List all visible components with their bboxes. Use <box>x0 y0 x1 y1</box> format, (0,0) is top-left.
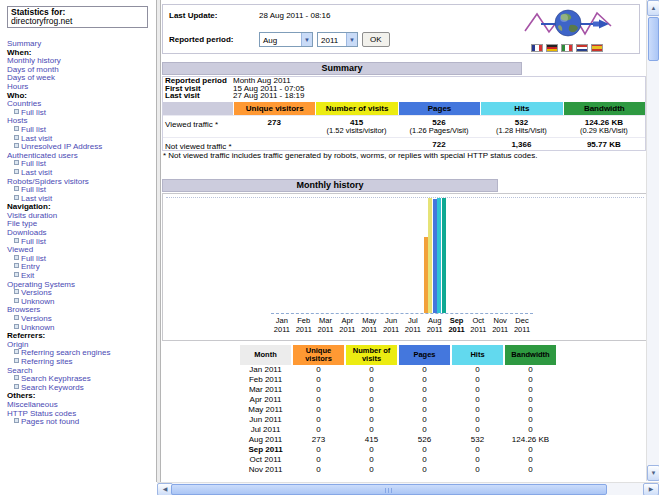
reported-period-label: Reported period: <box>169 35 233 44</box>
value-cell: 0 <box>399 395 450 405</box>
horizontal-scrollbar[interactable]: ◀ ▶ <box>157 482 659 495</box>
chevron-down-icon: ▼ <box>301 33 312 46</box>
table-row: Jul 201100000 <box>240 425 556 435</box>
table-row: Feb 201100000 <box>240 375 556 385</box>
value-cell: 124.26 KB <box>505 435 556 445</box>
month-select[interactable]: Aug ▼ <box>259 32 313 47</box>
value-cell: 0 <box>399 365 450 375</box>
table-row: Aug 2011273415526532124.26 KB <box>240 435 556 445</box>
horizontal-scrollbar-thumb[interactable] <box>171 484 607 495</box>
info-label: Last visit <box>165 92 233 100</box>
ok-button[interactable]: OK <box>362 32 390 47</box>
frame-divider[interactable] <box>156 0 161 482</box>
value-cell: 0 <box>399 375 450 385</box>
value-cell: 0 <box>452 395 503 405</box>
month-cell: Sep 2011 <box>240 445 291 455</box>
summary-column-headers: Unique visitorsNumber of visitsPagesHits… <box>163 102 645 115</box>
monthly-history-chart: Jan2011Feb2011Mar2011Apr2011May2011Jun20… <box>162 193 648 341</box>
month-cell: May 2011 <box>240 405 291 415</box>
value-cell: 0 <box>505 365 556 375</box>
corner-cell <box>163 102 233 115</box>
flag-fr-icon[interactable] <box>531 44 543 52</box>
flag-nl-icon[interactable] <box>576 44 588 52</box>
scroll-right-icon[interactable]: ▶ <box>643 483 659 495</box>
list-bullet-icon <box>14 324 19 329</box>
sidebar-item-full-list[interactable]: Full list <box>7 109 156 118</box>
table-row: Apr 201100000 <box>240 395 556 405</box>
month-cell: Jan 2011 <box>240 365 291 375</box>
table-column-unique-visitors: Unique visitors <box>293 345 344 365</box>
column-header-pages: Pages <box>399 102 480 115</box>
not-viewed-value-cell: 95.77 KB <box>563 138 645 150</box>
value-cell: 0 <box>452 445 503 455</box>
not-viewed-traffic-label: Not viewed traffic * <box>163 138 233 150</box>
flag-it-icon[interactable] <box>561 44 573 52</box>
list-bullet-icon <box>14 255 19 260</box>
month-cell: Apr 2011 <box>240 395 291 405</box>
value-cell: 0 <box>505 385 556 395</box>
value-cell: 0 <box>505 445 556 455</box>
list-bullet-icon <box>14 358 19 363</box>
month-cell: Feb 2011 <box>240 375 291 385</box>
vertical-scrollbar-thumb[interactable] <box>648 17 659 61</box>
value-cell: 0 <box>505 455 556 465</box>
not-viewed-value-cell <box>315 138 397 150</box>
summary-title: Summary <box>162 62 522 75</box>
table-row: Jan 201100000 <box>240 365 556 375</box>
table-column-month: Month <box>240 345 291 365</box>
value-cell: 0 <box>505 425 556 435</box>
summary-block: Reported periodMonth Aug 2011First visit… <box>162 76 646 151</box>
list-bullet-icon <box>14 238 19 243</box>
table-column-pages: Pages <box>399 345 450 365</box>
awstats-logo[interactable] <box>523 7 613 43</box>
value-cell: 0 <box>346 375 397 385</box>
info-value: 27 Aug 2011 - 18:19 <box>233 92 304 100</box>
chart-max-gridline <box>166 197 644 198</box>
month-label-mar-2011: Mar2011 <box>315 317 337 334</box>
value-cell: 0 <box>346 455 397 465</box>
not-viewed-value-cell: 722 <box>398 138 480 150</box>
flag-de-icon[interactable] <box>546 44 558 52</box>
viewed-traffic-row: Viewed traffic * 273415(1.52 visits/visi… <box>163 115 645 137</box>
value-cell: 0 <box>293 465 344 475</box>
sidebar-nav: SummaryWhen:Monthly historyDays of month… <box>7 40 156 427</box>
table-column-hits: Hits <box>452 345 503 365</box>
list-bullet-icon <box>14 263 19 268</box>
month-label-feb-2011: Feb2011 <box>293 317 315 334</box>
last-update-value: 28 Aug 2011 - 08:16 <box>259 11 330 20</box>
value-cell: 0 <box>452 375 503 385</box>
flag-es-icon[interactable] <box>591 44 603 52</box>
list-bullet-icon <box>14 169 19 174</box>
sidebar-item-pages-not-found[interactable]: Pages not found <box>7 418 156 427</box>
value-cell: 0 <box>346 445 397 455</box>
viewed-value-cell: 124.26 KB(0.29 KB/Visit) <box>563 116 645 137</box>
scroll-up-icon[interactable]: ▲ <box>647 0 659 16</box>
month-label-nov-2011: Nov2011 <box>489 317 511 334</box>
arrowhead-icon <box>599 20 609 29</box>
value-cell: 0 <box>346 415 397 425</box>
column-header-bandwidth: Bandwidth <box>564 102 645 115</box>
month-select-value: Aug <box>260 33 301 46</box>
month-label-may-2011: May2011 <box>358 317 380 334</box>
list-bullet-icon <box>14 349 19 354</box>
list-bullet-icon <box>14 418 19 423</box>
year-select[interactable]: 2011 ▼ <box>317 32 358 47</box>
sidebar-item-days-of-week[interactable]: Days of week <box>7 74 156 83</box>
value-cell: 0 <box>452 365 503 375</box>
sidebar-item-hours[interactable]: Hours <box>7 83 156 92</box>
summary-info-last-visit: Last visit27 Aug 2011 - 18:19 <box>163 92 645 100</box>
month-cell: Oct 2011 <box>240 455 291 465</box>
month-label-jul-2011: Jul2011 <box>402 317 424 334</box>
vertical-scrollbar[interactable]: ▲ ▼ <box>646 0 659 481</box>
year-select-value: 2011 <box>318 33 346 46</box>
value-cell: 0 <box>399 465 450 475</box>
table-column-bandwidth: Bandwidth <box>505 345 556 365</box>
month-cell: Aug 2011 <box>240 435 291 445</box>
not-viewed-footnote: * Not viewed traffic includes traffic ge… <box>163 151 537 160</box>
monthly-history-table: MonthUnique visitorsNumber of visitsPage… <box>238 345 558 475</box>
list-bullet-icon <box>14 384 19 389</box>
value-cell: 0 <box>346 465 397 475</box>
value-cell: 0 <box>399 405 450 415</box>
scroll-down-icon[interactable]: ▼ <box>647 465 659 481</box>
value-cell: 0 <box>452 465 503 475</box>
